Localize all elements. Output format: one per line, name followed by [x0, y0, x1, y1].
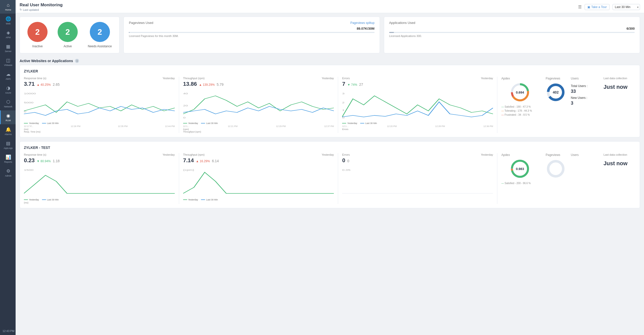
svg-point-24: [548, 161, 563, 176]
pageviews-panel-test: Pageviews: [543, 153, 568, 204]
tp-prev: 5.79: [217, 82, 223, 87]
rt-yesterday-test: Yesterday: [163, 153, 175, 156]
time-select-wrapper[interactable]: Last 30 Min Last 1 Hour Last 6 Hours Las…: [613, 4, 640, 10]
err-yesterday-test: Yesterday: [481, 153, 493, 156]
network-icon: ⬡: [6, 99, 10, 105]
apdex-panel-zylker: Apdex 0.694 — Satisfied - 190 - 47.3 %: [497, 77, 543, 133]
rt-panel-test: Response time (s) Yesterday 0.23 ▼ 80.94…: [24, 153, 179, 204]
apdex-value-zylker: 0.694: [516, 91, 524, 94]
rt-title: Response time (s): [24, 77, 46, 80]
svg-text:40: 40: [183, 92, 188, 95]
err-values-test: 0 0: [342, 157, 493, 164]
tp-yesterday-test: Yesterday: [322, 153, 334, 156]
sidebar-item-home[interactable]: ⌂ Home: [0, 0, 16, 14]
users-title-test: Users: [571, 153, 597, 157]
app-name-zylker: ZYLKER: [24, 69, 636, 73]
sidebar-item-admin[interactable]: ⚙ Admin: [0, 166, 16, 180]
sidebar-item-network[interactable]: ⬡ Network: [0, 97, 16, 110]
list-view-icon[interactable]: ☰: [578, 5, 582, 9]
err-title: Errors: [342, 77, 350, 80]
sidebar-item-server[interactable]: ▦ Server: [0, 41, 16, 55]
needs-label: Needs Assistance: [88, 45, 112, 48]
alarms-icon: 🔔: [6, 127, 11, 132]
main-content: Real User Monitoring ↻ Last updated ☰ ▣ …: [16, 0, 644, 335]
rt-main: 3.71: [24, 81, 35, 87]
pageviews-progress: [129, 32, 374, 33]
sidebar-item-label: Home: [5, 9, 11, 11]
new-users-label: New Users :: [571, 96, 597, 100]
lc-title-test: Last data collection: [603, 153, 633, 156]
svg-text:10000: 10000: [24, 92, 36, 95]
rt-change-test: ▼ 80.94%: [37, 159, 51, 163]
tp-title: Throughput (rpm): [183, 77, 205, 80]
sidebar-item-applogs[interactable]: ▤ AppLogs: [0, 138, 16, 152]
svg-text:0.05: 0.05: [342, 169, 351, 171]
sidebar-item-label: Alarms: [5, 133, 12, 136]
svg-text:0: 0: [183, 116, 186, 119]
err-values: 7 ▼ 74% 27: [342, 81, 493, 87]
sidebar-item-vmware[interactable]: ◫ VMware: [0, 55, 16, 69]
tp-change: ▲ 139.29%: [199, 83, 215, 87]
rt-chart: 10000 5000 0: [24, 90, 175, 120]
svg-text:1500: 1500: [24, 169, 33, 171]
time-select[interactable]: Last 30 Min Last 1 Hour Last 6 Hours Las…: [613, 4, 640, 10]
admin-icon: ⚙: [6, 168, 10, 174]
sidebar-item-alarms[interactable]: 🔔 Alarms: [0, 124, 16, 138]
err-main-test: 0: [342, 157, 345, 164]
apps-value: 6/300: [389, 27, 635, 30]
rt-title-test: Response time (s): [24, 153, 46, 156]
err-yesterday: Yesterday: [481, 77, 493, 80]
rt-values-test: 0.23 ▼ 80.94% 1.18: [24, 157, 175, 164]
last-updated: ↻ Last updated: [20, 8, 63, 11]
users-panel-test: Users: [568, 153, 600, 204]
take-tour-button[interactable]: ▣ Take a Tour: [585, 4, 610, 10]
web-icon: 🌐: [6, 16, 11, 22]
info-icon[interactable]: i: [75, 59, 79, 63]
pageviews-progress-fill: [129, 32, 130, 33]
apdex-legend-test: — Satisfied - 200 - 96.6 %: [501, 181, 539, 185]
metrics-row-zylker: Response time (s) Yesterday 3.71 ▲ 40.25…: [24, 77, 636, 133]
pv-title-test: Pageviews: [546, 153, 565, 157]
pageviews-link[interactable]: Pageviews splitup: [350, 21, 375, 25]
sidebar-item-azure[interactable]: ◑ Azure: [0, 83, 16, 97]
users-title: Users: [571, 77, 597, 80]
last-collection-panel-test: Last data collection Just now: [600, 153, 636, 204]
tp-main: 13.86: [183, 81, 197, 87]
err-panel-test: Errors Yesterday 0 0 0.05: [338, 153, 497, 204]
azure-icon: ◑: [6, 85, 10, 91]
sidebar-item-reports[interactable]: 📊 Reports: [0, 152, 16, 166]
sidebar: ⌂ Home 🌐 Web ◈ APM ▦ Server ◫ VMware ☁ A…: [0, 0, 16, 335]
lc-value: Just now: [603, 84, 633, 90]
rt-chart-test: 1500: [24, 166, 175, 196]
apps-progress: [389, 32, 635, 33]
sidebar-item-apm[interactable]: ◈ APM: [0, 27, 16, 41]
tour-icon: ▣: [587, 5, 590, 9]
err-chart: 3 2 1 0: [342, 90, 493, 120]
active-circle: 2: [58, 22, 78, 42]
pageviews-panel-zylker: Pageviews 402: [543, 77, 568, 133]
page-title-area: Real User Monitoring ↻ Last updated: [20, 3, 63, 11]
apdex-value-test: 0.983: [516, 167, 524, 171]
rt-prev: 2.65: [53, 82, 60, 87]
sidebar-item-label: Server: [5, 50, 12, 53]
sidebar-item-label: AppLogs: [4, 147, 13, 149]
refresh-icon: ↻: [20, 8, 22, 11]
response-time-panel: Response time (s) Yesterday 3.71 ▲ 40.25…: [24, 77, 179, 133]
status-card-needs-assistance: 2 Needs Assistance: [88, 22, 112, 48]
sidebar-item-aws[interactable]: ☁ AWS: [0, 69, 16, 83]
apps-title: Applications Used: [389, 21, 415, 25]
sidebar-item-label: Web: [6, 22, 10, 25]
server-icon: ▦: [6, 44, 10, 49]
apps-progress-fill: [389, 32, 394, 33]
pageviews-card: Pageviews Used Pageviews splitup 89.07K/…: [124, 17, 380, 53]
apdex-donut-zylker: 0.694: [510, 82, 530, 102]
svg-text:3: 3: [342, 92, 345, 95]
last-collection-panel-zylker: Last data collection Just now: [600, 77, 636, 133]
pageviews-header: Pageviews Used Pageviews splitup: [129, 21, 374, 25]
svg-text:0: 0: [24, 110, 26, 113]
sidebar-item-rum[interactable]: ◉ RUM: [0, 110, 16, 124]
svg-text:5000: 5000: [24, 101, 33, 104]
errors-panel: Errors Yesterday 7 ▼ 74% 27 3 2 1 0: [338, 77, 497, 133]
sidebar-item-web[interactable]: 🌐 Web: [0, 14, 16, 27]
tp-values: 13.86 ▲ 139.29% 5.79: [183, 81, 334, 87]
